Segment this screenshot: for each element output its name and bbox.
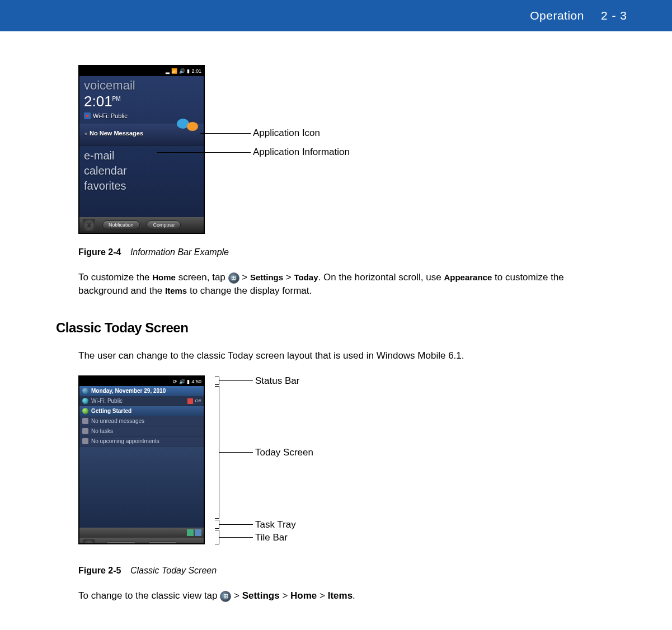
clock-ampm: PM	[112, 96, 121, 102]
fig-text: Information Bar Example	[130, 247, 229, 257]
compose-button: Compose	[147, 220, 181, 229]
bracket-tile	[215, 530, 219, 544]
gs-text: Getting Started	[91, 408, 131, 414]
paragraph-1: To customize the Home screen, tap > Sett…	[78, 271, 593, 298]
p3-items: Items	[328, 590, 353, 601]
app-icon-bubbles	[177, 119, 198, 131]
callout-line-app-info	[157, 152, 251, 153]
phone2-body	[79, 446, 204, 528]
figure-2-4-block: ▂ 📶 🔊 ▮ 2:01 voicemail 2:01PM Wi-Fi: Pub…	[78, 65, 622, 238]
appt-text: No upcoming appointments	[91, 438, 159, 444]
off-text: Off	[195, 398, 201, 403]
wifi-text: Wi-Fi: Public	[93, 112, 128, 119]
p3-t1: To change to the classic view tap	[78, 590, 220, 601]
left-arrow-icon: ◂	[84, 130, 87, 137]
list-item-email: e-mail	[84, 148, 199, 163]
p3-gt1: >	[231, 590, 242, 601]
status-battery-icon: ▮	[187, 68, 190, 74]
p1-gt2: >	[283, 272, 294, 283]
app-list: e-mail calendar favorites	[79, 146, 204, 196]
bubble-orange-icon	[187, 122, 198, 131]
fig-label: Figure 2-5	[78, 566, 121, 575]
wifi-row: Wi-Fi: Public Off	[79, 396, 204, 406]
tray-icon-1	[187, 529, 194, 536]
windows-flag-icon: ⊞	[86, 221, 92, 229]
status-time: 4:50	[191, 379, 201, 384]
bracket-tile-line	[219, 537, 253, 538]
info-bar: ◂ No New Messages	[79, 124, 204, 146]
wifi-icon	[84, 112, 91, 119]
task-tray	[79, 528, 204, 538]
calendar-icon	[82, 438, 88, 444]
p3-settings: Settings	[242, 590, 280, 601]
p1-items: Items	[165, 286, 187, 295]
paragraph-3: To change to the classic view tap > Sett…	[78, 589, 593, 603]
list-item-calendar: calendar	[84, 163, 199, 178]
page-header: Operation 2 - 3	[0, 0, 672, 31]
callout-today-screen: Today Screen	[255, 447, 313, 458]
paragraph-2: The user can change to the classic Today…	[78, 349, 593, 363]
figure-2-5-block: ⟳ 🔊 ▮ 4:50 Monday, November 29, 2010 Wi-…	[78, 375, 622, 549]
tasks-icon	[82, 428, 88, 434]
status-time: 2:01	[191, 68, 201, 74]
phone2-status-bar: ⟳ 🔊 ▮ 4:50	[79, 377, 204, 386]
page-content: ▂ 📶 🔊 ▮ 2:01 voicemail 2:01PM Wi-Fi: Pub…	[0, 31, 672, 625]
p1-t1: To customize the	[78, 272, 152, 283]
callout-tile-bar: Tile Bar	[255, 532, 288, 543]
section-heading: Classic Today Screen	[56, 320, 622, 336]
p3-gt2: >	[280, 590, 290, 601]
windows-button: ⊞	[83, 539, 95, 544]
wifi-dot-icon	[82, 398, 88, 404]
callout-task-tray: Task Tray	[255, 519, 296, 530]
windows-start-icon	[228, 272, 239, 284]
phone1-bottom-bar: ⊞ Notification Compose	[79, 217, 204, 233]
date-row: Monday, November 29, 2010	[79, 386, 204, 396]
envelope-icon	[82, 418, 88, 424]
p1-settings: Settings	[250, 272, 283, 282]
p1-t2: screen, tap	[176, 272, 228, 283]
p1-appearance: Appearance	[444, 272, 492, 282]
tray-icon-2	[195, 529, 201, 536]
status-battery-icon: ▮	[187, 379, 190, 384]
phone-screenshot-2: ⟳ 🔊 ▮ 4:50 Monday, November 29, 2010 Wi-…	[78, 375, 205, 544]
clock-time: 2:01	[84, 93, 112, 110]
no-messages-text: No New Messages	[90, 130, 143, 137]
status-signal-icon: ▂	[166, 68, 170, 74]
calendar-button: Calendar	[105, 541, 138, 544]
fig-text: Classic Today Screen	[130, 566, 217, 575]
wifi-row-text: Wi-Fi: Public	[91, 398, 123, 404]
clock-display: 2:01PM	[79, 93, 204, 110]
appointments-row: No upcoming appointments	[79, 436, 204, 446]
windows-button: ⊞	[83, 219, 95, 231]
figure-2-4-caption: Figure 2-4 Information Bar Example	[78, 247, 622, 257]
status-antenna-icon: 📶	[171, 68, 177, 74]
messages-row: No unread messages	[79, 416, 204, 426]
p1-home: Home	[152, 272, 176, 282]
getting-started-row: Getting Started	[79, 406, 204, 416]
contacts-button: Contacts	[147, 541, 179, 544]
callout-status-bar: Status Bar	[255, 375, 299, 387]
p3-home: Home	[290, 590, 317, 601]
chapter-title: Operation	[530, 9, 584, 22]
bracket-tray	[215, 520, 219, 529]
status-volume-icon: 🔊	[179, 379, 185, 384]
p1-today: Today	[294, 272, 318, 282]
bracket-status	[215, 377, 219, 385]
clock-icon	[82, 388, 88, 394]
off-square-icon	[187, 398, 193, 404]
p3-gt3: >	[317, 590, 327, 601]
bracket-today	[215, 386, 219, 519]
page-number: 2 - 3	[601, 9, 627, 22]
phone2-bottom-bar: ⊞ Calendar Contacts	[79, 538, 204, 544]
fig-label: Figure 2-4	[78, 247, 121, 257]
windows-start-icon	[220, 591, 231, 602]
bracket-today-line	[219, 452, 253, 453]
status-volume-icon: 🔊	[179, 68, 185, 74]
callout-app-icon: Application Icon	[253, 128, 320, 139]
figure-2-5-caption: Figure 2-5 Classic Today Screen	[78, 566, 622, 576]
gs-dot-icon	[82, 408, 88, 414]
notification-button: Notification	[102, 220, 140, 229]
messages-text: No unread messages	[91, 418, 144, 424]
wifi-off-badge: Off	[187, 398, 201, 404]
voicemail-label: voicemail	[79, 76, 204, 93]
